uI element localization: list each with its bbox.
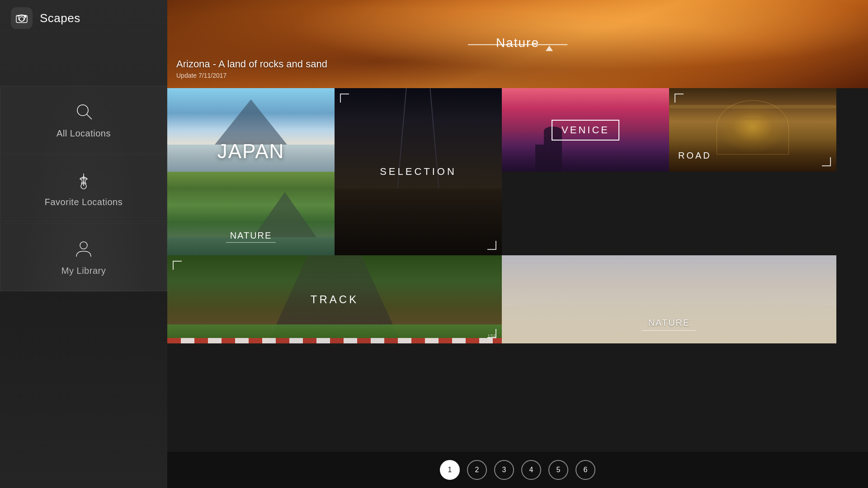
hero-banner[interactable]: Nature Arizona - A land of rocks and san… bbox=[167, 0, 868, 88]
road-label: ROAD bbox=[678, 150, 712, 161]
track-label: TRACK bbox=[311, 293, 359, 306]
hero-info: Arizona - A land of rocks and sand Updat… bbox=[176, 58, 327, 79]
page-btn-5[interactable]: 5 bbox=[548, 460, 568, 480]
nature2-underline bbox=[642, 330, 696, 331]
nature1-label: Nature bbox=[230, 230, 272, 241]
person-icon bbox=[74, 239, 94, 258]
nature1-background bbox=[167, 172, 335, 255]
selection-label: SELECTION bbox=[380, 166, 457, 178]
page-btn-3[interactable]: 3 bbox=[494, 460, 514, 480]
grid-cell-selection[interactable]: SELECTION bbox=[335, 88, 502, 255]
svg-point-3 bbox=[25, 16, 26, 18]
venice-label: VENICE bbox=[552, 120, 619, 141]
my-library-label: My Library bbox=[61, 266, 106, 276]
sidebar-item-favorite-locations[interactable]: Favorite Locations bbox=[0, 155, 167, 222]
grid-cell-venice[interactable]: VENICE bbox=[502, 88, 669, 172]
app-header: Scapes bbox=[0, 0, 167, 36]
road-bracket-br bbox=[822, 157, 831, 166]
grid-cell-nature2[interactable]: Nature bbox=[502, 255, 836, 343]
sidebar-bottom bbox=[0, 292, 167, 488]
grid-cell-road[interactable]: ROAD bbox=[669, 88, 836, 172]
favorite-locations-label: Favorite Locations bbox=[45, 197, 123, 207]
grid-cell-nature1[interactable]: Nature bbox=[167, 172, 335, 255]
sidebar-item-all-locations[interactable]: All Locations bbox=[0, 86, 167, 154]
content-grid: Japan SELECTION bbox=[167, 88, 868, 452]
svg-point-4 bbox=[77, 105, 88, 116]
page-btn-2[interactable]: 2 bbox=[467, 460, 487, 480]
page-btn-1[interactable]: 1 bbox=[440, 460, 460, 480]
track-bracket-tl bbox=[173, 261, 182, 270]
japan-label: Japan bbox=[217, 140, 285, 163]
all-locations-label: All Locations bbox=[57, 128, 111, 139]
nature1-underline bbox=[226, 242, 276, 243]
search-icon bbox=[74, 101, 94, 121]
grid-cell-japan[interactable]: Japan bbox=[167, 88, 335, 172]
app-title: Scapes bbox=[40, 11, 80, 25]
page-btn-4[interactable]: 4 bbox=[521, 460, 541, 480]
nature2-label: Nature bbox=[648, 318, 690, 328]
selection-bracket-tl bbox=[340, 94, 349, 103]
sidebar: Scapes All Locations Favo bbox=[0, 0, 167, 488]
hero-underline bbox=[468, 44, 567, 45]
hero-date: Update 7/11/2017 bbox=[176, 72, 327, 79]
hero-title: Arizona - A land of rocks and sand bbox=[176, 58, 327, 70]
svg-point-8 bbox=[80, 242, 87, 249]
sidebar-item-my-library[interactable]: My Library bbox=[0, 223, 167, 291]
hero-cursor-indicator bbox=[546, 46, 553, 51]
app-icon bbox=[11, 7, 33, 29]
road-bracket-tl bbox=[675, 94, 684, 103]
star-location-icon bbox=[74, 170, 94, 190]
sidebar-navigation: All Locations Favorite Locations bbox=[0, 86, 167, 292]
pagination: 1 2 3 4 5 6 bbox=[167, 452, 868, 488]
track-badge: 158 bbox=[487, 333, 496, 340]
svg-line-5 bbox=[87, 114, 92, 119]
selection-bracket-br bbox=[487, 241, 496, 250]
japan-mountain bbox=[215, 99, 287, 145]
svg-point-2 bbox=[19, 17, 24, 21]
main-content: 03:28 Nature Arizona - A land of rocks a… bbox=[167, 0, 868, 488]
hero-category: Nature bbox=[496, 35, 539, 50]
page-btn-6[interactable]: 6 bbox=[576, 460, 595, 480]
grid-cell-track[interactable]: TRACK 158 bbox=[167, 255, 502, 343]
